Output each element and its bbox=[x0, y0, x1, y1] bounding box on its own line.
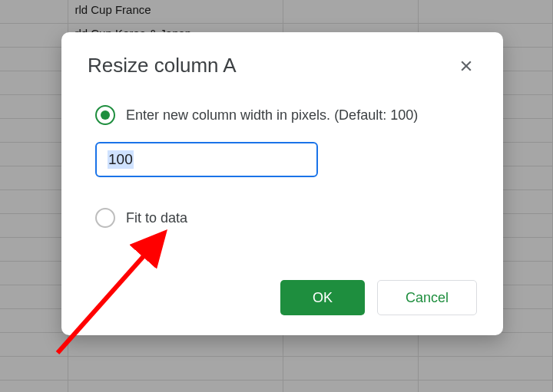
option-fit-to-data[interactable]: Fit to data bbox=[95, 208, 477, 228]
close-button[interactable] bbox=[455, 55, 477, 77]
column-width-value: 100 bbox=[108, 150, 134, 169]
close-icon bbox=[459, 58, 474, 74]
option-enter-width[interactable]: Enter new column width in pixels. (Defau… bbox=[95, 105, 477, 125]
column-width-input[interactable]: 100 bbox=[95, 142, 318, 177]
ok-button[interactable]: OK bbox=[280, 280, 365, 315]
resize-column-dialog: Resize column A Enter new column width i… bbox=[61, 32, 503, 335]
radio-fit-to-data[interactable] bbox=[95, 208, 115, 228]
radio-fit-to-data-label: Fit to data bbox=[126, 210, 187, 226]
cancel-button[interactable]: Cancel bbox=[377, 280, 477, 315]
radio-enter-width-label: Enter new column width in pixels. (Defau… bbox=[126, 107, 418, 124]
dialog-title: Resize column A bbox=[88, 54, 237, 77]
radio-enter-width[interactable] bbox=[95, 105, 115, 125]
